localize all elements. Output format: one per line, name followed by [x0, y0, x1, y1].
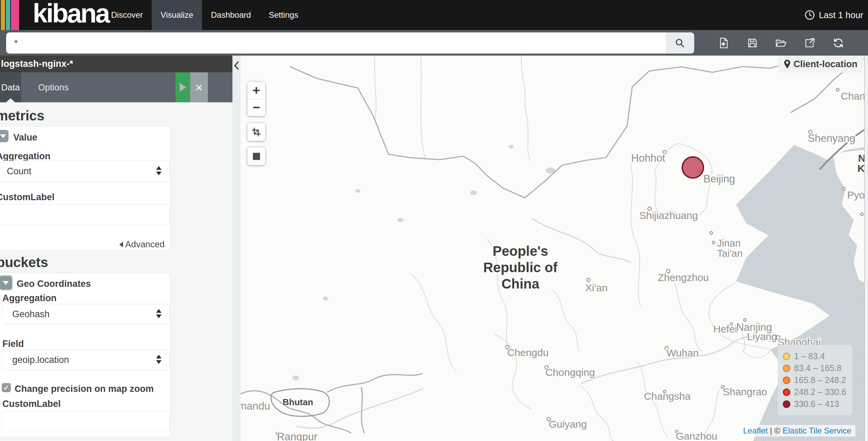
collapse-chevron-icon	[232, 60, 241, 71]
zoom-out-button[interactable]: −	[247, 99, 265, 116]
tile-map-visualization[interactable]: ChangShenyangNKoPyonSHohhotBeijingShijia…	[241, 56, 868, 441]
time-picker[interactable]: Last 1 hour	[805, 0, 863, 30]
country-label-line: People's	[493, 244, 548, 259]
apply-changes-button[interactable]	[176, 72, 190, 102]
scrollbar-strip[interactable]	[864, 56, 868, 441]
city-label: Wuhan	[667, 347, 699, 358]
city-label: Xi'an	[585, 282, 608, 293]
map-canvas[interactable]: ChangShenyangNKoPyonSHohhotBeijingShijia…	[241, 56, 868, 441]
clock-icon	[805, 10, 815, 20]
advanced-link[interactable]: Advanced	[119, 239, 165, 250]
bucket-custom-label-label: CustomLabel	[2, 399, 61, 409]
map-attribution: Leaflet | © Elastic Tile Service	[739, 425, 855, 437]
precision-checkbox[interactable]: ✓	[2, 383, 11, 392]
nav-item-dashboard[interactable]: Dashboard	[202, 0, 260, 30]
legend-range-label: 248.2 – 330.6	[794, 387, 846, 397]
new-visualization-icon[interactable]	[718, 37, 730, 49]
city-dot	[710, 232, 713, 234]
buckets-agg-card: Geo Coordinates Aggregation Geohash Fiel…	[0, 273, 170, 437]
nav-item-settings[interactable]: Settings	[260, 0, 307, 30]
legend-range-label: 1 – 83.4	[794, 351, 825, 361]
refresh-icon[interactable]	[833, 37, 844, 49]
city-label: Chang	[841, 90, 868, 102]
discard-changes-button[interactable]: ×	[190, 72, 208, 102]
bucket-aggregation-value: Geohash	[12, 309, 50, 320]
country-label-line: China	[501, 276, 539, 291]
tab-options[interactable]: Options	[21, 72, 176, 102]
play-icon	[180, 83, 186, 92]
bucket-field-select[interactable]: geoip.location	[2, 350, 170, 370]
bucket-custom-label-input[interactable]	[2, 411, 170, 432]
city-label: Shenyang	[808, 132, 855, 144]
city-label: Chengdu	[507, 347, 549, 358]
tile-provider-link[interactable]: Elastic Tile Service	[783, 426, 851, 435]
sidebar-collapse-gutter[interactable]	[232, 56, 241, 441]
legend-range-label: 83.4 – 165.8	[794, 363, 841, 373]
square-icon	[253, 153, 260, 160]
city-label: Hohhot	[631, 152, 665, 164]
metric-custom-label-input[interactable]	[0, 204, 170, 225]
attribution-separator: |	[770, 426, 772, 435]
load-visualization-icon[interactable]	[775, 37, 787, 49]
chevron-down-icon	[0, 134, 6, 138]
logo-stripe-gold	[1, 0, 5, 30]
metric-aggregation-label: Aggregation	[0, 151, 50, 162]
city-label: mandu	[241, 400, 270, 412]
city-label: Changsha	[644, 391, 691, 402]
map-pin-icon	[784, 59, 791, 69]
city-dot	[587, 278, 590, 282]
metric-aggregation-select[interactable]: Count	[0, 161, 170, 182]
city-label: Jinan	[717, 238, 741, 249]
metric-custom-label-label: CustomLabel	[0, 192, 55, 203]
bucket-aggregation-select[interactable]: Geohash	[2, 304, 170, 324]
city-label: Tai'an	[717, 248, 743, 259]
city-label: Hefei	[713, 323, 737, 335]
city-dot	[712, 241, 715, 244]
metrics-heading: metrics	[0, 108, 44, 123]
share-visualization-icon[interactable]	[804, 37, 816, 49]
precision-checkbox-label: Change precision on map zoom	[15, 384, 154, 394]
city-label: Liyang	[747, 331, 777, 342]
city-label: Beijing	[703, 173, 735, 185]
save-visualization-icon[interactable]	[747, 37, 758, 49]
fit-bounds-button[interactable]	[247, 147, 265, 165]
editor-tab-bar: Data Options ×	[0, 72, 232, 102]
city-dot	[861, 213, 863, 216]
geohash-circle-marker[interactable]	[682, 157, 703, 178]
select-caret-icon	[156, 355, 162, 364]
layer-label: Client-location	[778, 56, 864, 73]
kibana-logo[interactable]: kibana	[33, 0, 109, 29]
zoom-control: + −	[247, 82, 265, 116]
tab-data[interactable]: Data	[0, 72, 21, 102]
draw-rectangle-button[interactable]	[247, 123, 265, 141]
search-box	[6, 32, 694, 54]
city-label: Chongqing	[545, 367, 595, 378]
legend-color-dot	[783, 353, 790, 360]
query-input[interactable]	[6, 32, 666, 54]
city-label: Zhengzhou	[658, 272, 709, 283]
metric-collapse-toggle[interactable]	[0, 130, 9, 142]
advanced-label: Advanced	[125, 239, 165, 250]
logo-stripe-teal	[6, 0, 10, 30]
metrics-agg-card: Value Aggregation Count CustomLabel Adva…	[0, 126, 170, 251]
legend-item: 330.6 – 413	[783, 399, 846, 409]
city-label: Guiyang	[549, 418, 587, 430]
leaflet-link[interactable]: Leaflet	[743, 426, 768, 435]
metric-title: Value	[13, 132, 37, 143]
top-navbar: kibana DiscoverVisualizeDashboardSetting…	[0, 0, 868, 30]
metric-aggregation-value: Count	[7, 166, 31, 177]
logo-stripe-pink	[11, 0, 19, 30]
triangle-left-icon	[119, 242, 123, 247]
nav-item-discover[interactable]: Discover	[102, 0, 152, 30]
city-label: Ganzhou	[676, 430, 717, 441]
country-label-line: Republic of	[483, 260, 558, 275]
zoom-in-button[interactable]: +	[247, 82, 265, 99]
legend-item: 248.2 – 330.6	[783, 387, 846, 397]
search-button[interactable]	[666, 32, 694, 54]
bucket-collapse-toggle[interactable]	[0, 276, 12, 290]
index-pattern-header: logstash-nginx-*	[0, 56, 232, 72]
nav-item-visualize[interactable]: Visualize	[152, 0, 202, 30]
legend-item: 1 – 83.4	[783, 351, 846, 361]
visualization-actions	[718, 30, 844, 56]
legend-color-dot	[783, 400, 790, 408]
